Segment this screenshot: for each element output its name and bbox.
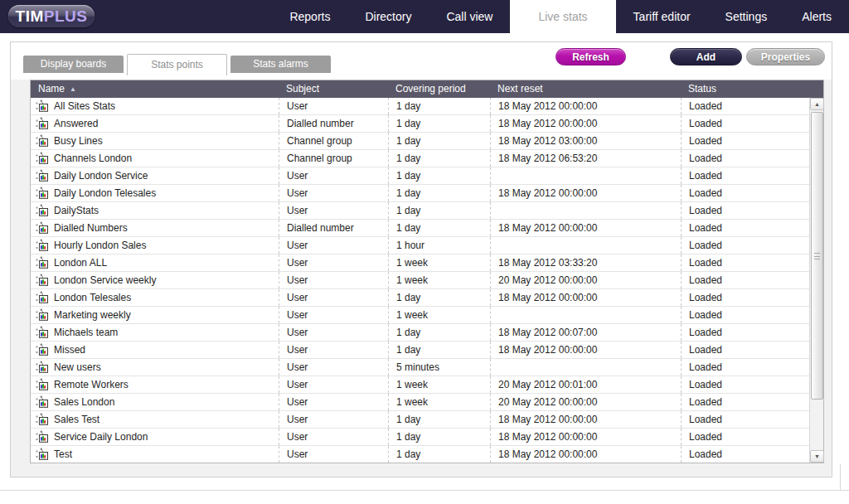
cell-subject: User	[279, 289, 388, 306]
cell-status: Loaded	[681, 98, 809, 114]
tab-display-boards[interactable]: Display boards	[23, 56, 124, 73]
table-row[interactable]: Missed User 1 day 18 May 2012 00:00:00 L…	[31, 342, 809, 359]
column-label: Name	[38, 83, 65, 94]
nav-settings[interactable]: Settings	[708, 0, 785, 33]
table-row[interactable]: Dialled Numbers Dialled number 1 day 18 …	[31, 220, 809, 237]
cell-covering-period: 1 day	[388, 133, 490, 149]
table-row[interactable]: Remote Workers User 1 week 20 May 2012 0…	[31, 376, 809, 394]
table-row[interactable]: Sales Test User 1 day 18 May 2012 00:00:…	[31, 411, 809, 429]
cell-subject: Channel group	[279, 150, 388, 167]
table-row[interactable]: Hourly London Sales User 1 hour Loaded	[31, 237, 809, 254]
table-row[interactable]: Busy Lines Channel group 1 day 18 May 20…	[31, 133, 809, 150]
properties-button[interactable]: Properties	[746, 48, 825, 65]
table-row[interactable]: DailyStats User 1 day Loaded	[31, 202, 809, 220]
cell-name: Busy Lines	[54, 133, 103, 149]
stats-display-icon	[36, 326, 49, 339]
cell-subject: User	[279, 324, 388, 341]
cell-subject: Dialled number	[279, 115, 388, 132]
table-row[interactable]: Channels London Channel group 1 day 18 M…	[31, 150, 809, 167]
main-nav: Reports Directory Call view Live stats T…	[272, 0, 849, 33]
nav-call-view[interactable]: Call view	[429, 0, 510, 33]
nav-directory[interactable]: Directory	[347, 0, 429, 33]
app-window: TIMPLUS Reports Directory Call view Live…	[0, 0, 849, 504]
cell-name: London Telesales	[54, 289, 131, 306]
cell-covering-period: 1 day	[388, 411, 490, 428]
cell-subject: User	[279, 98, 388, 114]
table-row[interactable]: London Telesales User 1 day 18 May 2012 …	[31, 289, 809, 307]
table-row[interactable]: Answered Dialled number 1 day 18 May 201…	[31, 115, 809, 133]
cell-covering-period: 1 day	[388, 98, 490, 114]
cell-subject: User	[279, 254, 388, 271]
cell-next-reset: 18 May 2012 00:00:00	[490, 98, 681, 114]
scrollbar-thumb[interactable]	[811, 112, 823, 400]
stats-display-icon	[36, 99, 49, 113]
table-row[interactable]: All Sites Stats User 1 day 18 May 2012 0…	[31, 98, 809, 115]
cell-next-reset	[490, 307, 681, 323]
table-row[interactable]: Test User 1 day 18 May 2012 00:00:00 Loa…	[31, 446, 809, 463]
cell-name: London Service weekly	[54, 272, 156, 288]
nav-alerts[interactable]: Alerts	[784, 0, 849, 33]
table-row[interactable]: Michaels team User 1 day 18 May 2012 00:…	[31, 324, 809, 342]
cell-name: Hourly London Sales	[54, 237, 146, 254]
cell-covering-period: 1 day	[388, 220, 490, 236]
cell-name: Sales Test	[54, 411, 99, 428]
cell-next-reset: 18 May 2012 00:00:00	[490, 115, 681, 132]
scrollbar-track[interactable]	[810, 110, 824, 450]
table-row[interactable]: Service Daily London User 1 day 18 May 2…	[31, 429, 809, 446]
refresh-button[interactable]: Refresh	[555, 48, 626, 65]
cell-status: Loaded	[681, 220, 809, 236]
stats-display-icon	[36, 221, 49, 235]
cell-status: Loaded	[681, 237, 809, 254]
table-row[interactable]: Daily London Telesales User 1 day 18 May…	[31, 185, 809, 202]
table-row[interactable]: Marketing weekly User 1 week Loaded	[31, 307, 809, 324]
add-button[interactable]: Add	[670, 48, 742, 65]
table-row[interactable]: New users User 5 minutes Loaded	[31, 359, 809, 376]
cell-next-reset: 18 May 2012 00:07:00	[490, 324, 681, 341]
table-row[interactable]: Sales London User 1 week 20 May 2012 00:…	[31, 394, 809, 411]
cell-next-reset: 20 May 2012 00:00:00	[490, 272, 681, 288]
cell-name: Sales London	[54, 394, 114, 410]
column-header-next-reset[interactable]: Next reset	[490, 80, 681, 98]
cell-subject: User	[279, 185, 388, 201]
column-header-status[interactable]: Status	[681, 80, 809, 98]
scroll-up-icon[interactable]: ▲	[810, 98, 824, 110]
table-row[interactable]: London ALL User 1 week 18 May 2012 03:33…	[31, 254, 809, 272]
column-header-name[interactable]: Name▲	[31, 80, 279, 98]
cell-subject: User	[279, 376, 388, 393]
nav-live-stats[interactable]: Live stats	[510, 0, 615, 33]
cell-name: Missed	[54, 342, 85, 358]
cell-subject: User	[279, 237, 388, 254]
cell-next-reset: 18 May 2012 00:00:00	[490, 342, 681, 358]
cell-status: Loaded	[681, 115, 809, 132]
tab-stats-alarms[interactable]: Stats alarms	[230, 56, 331, 73]
scroll-down-icon[interactable]: ▼	[810, 450, 824, 463]
stats-points-table: Name▲ Subject Covering period Next reset…	[30, 80, 824, 463]
stats-display-icon	[36, 448, 49, 461]
timplus-logo[interactable]: TIMPLUS	[8, 5, 95, 27]
cell-next-reset: 18 May 2012 00:00:00	[490, 289, 681, 306]
stats-display-icon	[36, 343, 49, 356]
cell-next-reset: 20 May 2012 00:00:00	[490, 394, 681, 410]
stats-display-icon	[36, 256, 49, 269]
tab-stats-points[interactable]: Stats points	[127, 54, 227, 75]
cell-next-reset	[490, 167, 681, 184]
vertical-scrollbar[interactable]: ▲ ▼	[809, 98, 823, 463]
nav-tariff-editor[interactable]: Tariff editor	[616, 0, 708, 33]
cell-subject: User	[279, 167, 388, 184]
cell-covering-period: 1 day	[388, 324, 490, 341]
thumb-grip	[814, 253, 820, 259]
cell-name: Test	[54, 446, 72, 463]
cell-covering-period: 1 week	[388, 272, 490, 288]
stats-display-icon	[36, 152, 49, 165]
cell-next-reset: 18 May 2012 06:53:20	[490, 150, 681, 167]
table-row[interactable]: Daily London Service User 1 day Loaded	[31, 167, 809, 185]
cell-status: Loaded	[681, 394, 809, 410]
stats-display-icon	[36, 187, 49, 200]
cell-covering-period: 1 day	[388, 202, 490, 219]
nav-reports[interactable]: Reports	[272, 0, 347, 33]
column-header-covering-period[interactable]: Covering period	[388, 80, 490, 98]
column-header-subject[interactable]: Subject	[279, 80, 388, 98]
cell-status: Loaded	[681, 289, 809, 306]
table-row[interactable]: London Service weekly User 1 week 20 May…	[31, 272, 809, 289]
cell-status: Loaded	[681, 185, 809, 201]
